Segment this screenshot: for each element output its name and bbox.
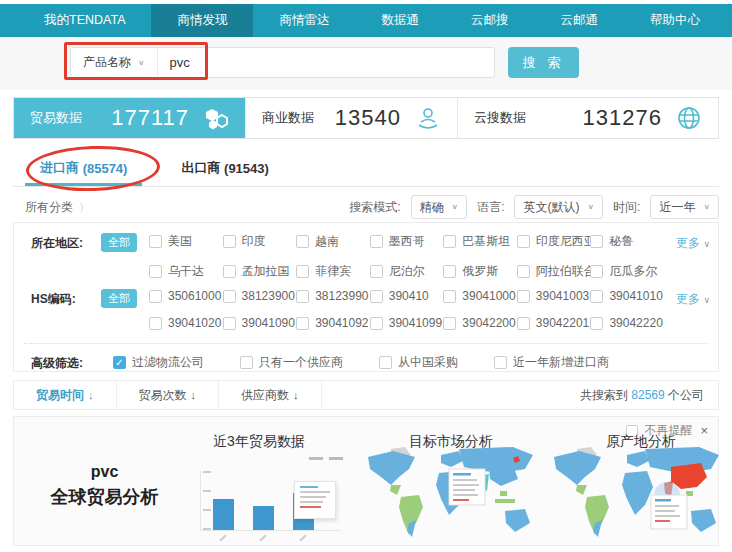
- sort-by-trade-count[interactable]: 贸易次数 ↓: [117, 381, 220, 409]
- search-field-select[interactable]: 产品名称 ∨: [71, 48, 158, 77]
- all-categories-label: 所有分类: [25, 200, 73, 214]
- search-result-count: 共搜索到 82569 个公司: [580, 387, 718, 404]
- checkbox-label: 越南: [315, 233, 339, 250]
- region-checkbox[interactable]: 俄罗斯: [443, 263, 517, 280]
- region-checkbox[interactable]: 越南: [296, 233, 370, 250]
- globe-icon: [676, 105, 702, 131]
- stat-trade-data[interactable]: 贸易数据 177117: [14, 98, 246, 138]
- hscode-checkbox[interactable]: 39041020: [149, 316, 223, 330]
- region-checkbox[interactable]: 巴基斯坦: [443, 233, 517, 250]
- checkbox-icon: [590, 290, 603, 303]
- checkbox-label: 阿拉伯联合...: [536, 263, 591, 280]
- target-market-world-map: [363, 443, 545, 543]
- language-label: 语言:: [477, 199, 504, 216]
- region-checkbox[interactable]: 美国: [149, 233, 223, 250]
- hscode-checkbox[interactable]: 39041099: [370, 316, 444, 330]
- chart-bar: [253, 506, 274, 530]
- nav-item-help-center[interactable]: 帮助中心: [624, 4, 726, 37]
- hscode-checkbox[interactable]: 35061000: [149, 289, 223, 303]
- y-tick: [203, 490, 211, 492]
- nav-item-data-pass[interactable]: 数据通: [355, 4, 445, 37]
- region-checkbox[interactable]: 乌干达: [149, 263, 223, 280]
- hscode-more-link[interactable]: 更多 ∨: [664, 289, 710, 308]
- region-checkbox[interactable]: 尼泊尔: [370, 263, 444, 280]
- region-filter-row: 所在地区: 全部 美国 印度 越南 墨西哥 巴基斯坦 印度尼西亚 秘鲁 乌干达 …: [31, 233, 710, 280]
- language-select[interactable]: 英文(默认) ∨: [514, 195, 603, 219]
- region-checkbox[interactable]: 厄瓜多尔: [590, 263, 664, 280]
- stats-bar: 贸易数据 177117 商业数据 13540 云搜数: [13, 97, 719, 139]
- stat-business-data[interactable]: 商业数据 13540: [246, 98, 458, 138]
- nav-item-cloud-mail-search[interactable]: 云邮搜: [445, 4, 535, 37]
- new-importers-checkbox[interactable]: 近一年新增进口商: [494, 354, 609, 371]
- nav-item-cloud-mail-pass[interactable]: 云邮通: [534, 4, 624, 37]
- hscode-checkbox[interactable]: 39041090: [223, 316, 297, 330]
- y-tick: [203, 528, 211, 530]
- region-checkbox[interactable]: 菲律宾: [296, 263, 370, 280]
- region-checkbox[interactable]: 印度: [223, 233, 297, 250]
- region-checkbox[interactable]: 印度尼西亚: [517, 233, 591, 250]
- chart-legend: [309, 457, 323, 460]
- checkbox-label: 39041092: [315, 316, 368, 330]
- chart-bar: [213, 499, 234, 530]
- hscode-checkbox[interactable]: 39041092: [296, 316, 370, 330]
- close-icon[interactable]: ×: [700, 423, 708, 438]
- checkbox-icon: [443, 290, 456, 303]
- hscode-checkbox[interactable]: 39041000: [443, 289, 517, 303]
- search-field-label: 产品名称: [83, 54, 131, 71]
- region-checkbox[interactable]: 墨西哥: [370, 233, 444, 250]
- checkbox-icon: [517, 235, 530, 248]
- hscode-checkbox[interactable]: 39042200: [443, 316, 517, 330]
- x-tick: [219, 534, 226, 541]
- checkbox-icon: [149, 290, 162, 303]
- nav-item-business-discovery[interactable]: 商情发现: [151, 4, 253, 37]
- filter-logistics-checkbox[interactable]: ✓过滤物流公司: [113, 354, 204, 371]
- region-checkbox[interactable]: 秘鲁: [590, 233, 664, 250]
- search-mode-select[interactable]: 精确 ∨: [411, 195, 468, 219]
- region-checkbox[interactable]: 阿拉伯联合...: [517, 263, 591, 280]
- search-bar: 产品名称 ∨: [70, 47, 495, 78]
- search-button[interactable]: 搜 索: [508, 47, 579, 78]
- checkbox-label: 印度尼西亚: [536, 233, 591, 250]
- nav-item-business-radar[interactable]: 商情雷达: [253, 4, 355, 37]
- time-select[interactable]: 近一年 ∨: [650, 195, 719, 219]
- hscode-label: HS编码:: [31, 289, 99, 308]
- region-all-button[interactable]: 全部: [101, 233, 137, 252]
- hscode-checkbox[interactable]: 39042220: [590, 316, 664, 330]
- checkbox-icon: [223, 290, 236, 303]
- checkbox-label: 38123900: [242, 289, 295, 303]
- time-value: 近一年: [659, 199, 695, 216]
- checkbox-icon: [223, 265, 236, 278]
- hscode-checkbox[interactable]: 38123900: [223, 289, 297, 303]
- mode-controls: 搜索模式: 精确 ∨ 语言: 英文(默认) ∨ 时间: 近一年 ∨: [349, 195, 719, 219]
- sort-label: 贸易时间: [36, 387, 84, 404]
- checkbox-label: 39041090: [242, 316, 295, 330]
- checkbox-icon: [149, 265, 162, 278]
- tab-importers[interactable]: 进口商 (85574): [13, 150, 154, 186]
- search-input[interactable]: [158, 48, 494, 77]
- checkbox-icon: [443, 235, 456, 248]
- hscode-all-button[interactable]: 全部: [101, 289, 137, 308]
- checkbox-label: 39042220: [609, 316, 662, 330]
- checkbox-label: 38123990: [315, 289, 368, 303]
- sort-by-trade-time[interactable]: 贸易时间 ↓: [14, 381, 117, 409]
- region-checkbox[interactable]: 孟加拉国: [223, 263, 297, 280]
- nav-item-my-tendata[interactable]: 我的TENDATA: [18, 4, 151, 37]
- sort-by-supplier-count[interactable]: 供应商数 ↓: [219, 381, 322, 409]
- tab-exporters[interactable]: 出口商 (91543): [154, 150, 295, 186]
- hscode-checkbox[interactable]: 39042201: [517, 316, 591, 330]
- region-more-link[interactable]: 更多 ∨: [664, 233, 710, 252]
- stat-cloud-search-data[interactable]: 云搜数据 131276: [458, 98, 718, 138]
- trade-3yr-bar-chart: [186, 455, 351, 541]
- origin-world-map: [549, 443, 731, 543]
- hscode-checkbox[interactable]: 38123990: [296, 289, 370, 303]
- molecule-icon: [203, 105, 229, 131]
- checkbox-label: 390410: [389, 289, 429, 303]
- all-categories-link[interactable]: 所有分类 〉: [13, 199, 89, 216]
- hscode-checkbox[interactable]: 39041010: [590, 289, 664, 303]
- checkbox-label: 墨西哥: [389, 233, 425, 250]
- buy-from-china-checkbox[interactable]: 从中国采购: [379, 354, 458, 371]
- y-tick: [203, 471, 211, 473]
- hscode-checkbox[interactable]: 39041003: [517, 289, 591, 303]
- single-supplier-checkbox[interactable]: 只有一个供应商: [240, 354, 343, 371]
- hscode-checkbox[interactable]: 390410: [370, 289, 444, 303]
